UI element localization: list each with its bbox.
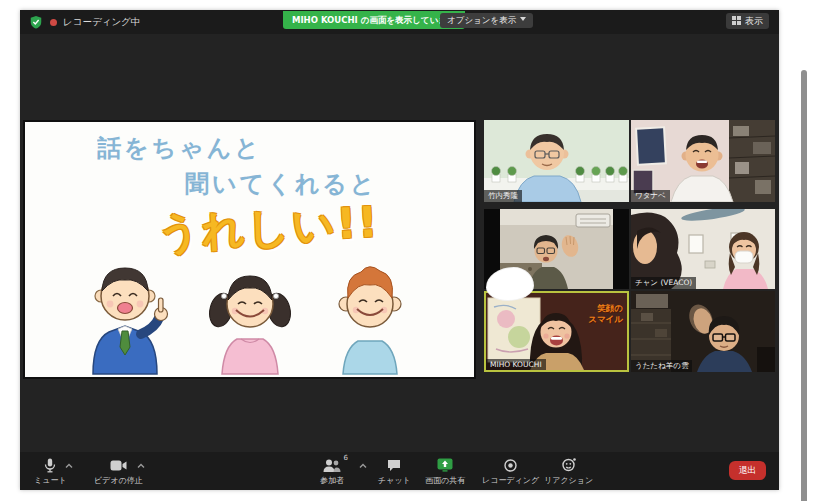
participants-icon: 6: [323, 457, 341, 473]
mute-options-chevron[interactable]: [64, 462, 74, 470]
record-icon: [504, 457, 517, 473]
participant-name-label: 竹内秀隆: [484, 190, 522, 202]
mute-label: ミュート: [34, 475, 67, 486]
share-screen-icon: [437, 457, 453, 473]
participant-tile-6[interactable]: うたたね羊の雲: [631, 291, 775, 372]
participants-count-badge: 6: [344, 454, 348, 462]
recording-dot-icon: [50, 19, 57, 26]
share-screen-label: 画面の共有: [425, 475, 465, 486]
reactions-label: リアクション: [544, 475, 593, 486]
chat-label: チャット: [378, 475, 411, 486]
reactions-button[interactable]: リアクション: [544, 457, 593, 486]
handwritten-text-line1: 話をちゃんと: [97, 132, 262, 164]
chevron-down-icon: [520, 17, 526, 21]
encryption-shield-icon[interactable]: [29, 15, 43, 29]
participant-video-grid: 竹内秀隆 ワタナベ: [484, 120, 775, 372]
stop-video-label: ビデオの停止: [94, 475, 143, 486]
video-camera-icon: [110, 457, 127, 473]
recording-label: レコーディング: [482, 475, 539, 486]
participants-button[interactable]: 6 参加者: [320, 457, 344, 486]
participant-name-label: MIHO KOUCHI: [486, 359, 546, 370]
participants-label: 参加者: [320, 475, 344, 486]
mute-button[interactable]: ミュート: [34, 457, 67, 486]
leave-meeting-button[interactable]: 退出: [729, 461, 766, 480]
participants-options-chevron[interactable]: [358, 462, 368, 470]
meeting-toolbar: ミュート ビデオの停止 6 参加者 チャット: [20, 452, 779, 490]
top-bar: レコーディング中 MIHO KOUCHI の画面を表示しています オプションを表…: [20, 10, 779, 34]
participant-name-label: チャン (VEACO): [631, 277, 696, 289]
chat-bubble-icon: [387, 457, 401, 473]
participant-tile-5-active-speaker[interactable]: 笑顔の スマイル MIHO KOUCHI: [484, 291, 629, 372]
page-scrollbar[interactable]: [801, 70, 807, 501]
participant-name-label: ワタナベ: [631, 190, 670, 202]
children-illustration: [25, 244, 474, 375]
view-button[interactable]: 表示: [726, 13, 769, 29]
screen-share-banner: MIHO KOUCHI の画面を表示しています: [283, 11, 465, 29]
shared-screen-content: 話をちゃんと 聞いてくれると うれしい!!: [23, 120, 476, 379]
recording-button[interactable]: レコーディング: [482, 457, 539, 486]
reactions-smiley-icon: [562, 457, 576, 473]
virtual-background-text: 笑顔の スマイル: [588, 303, 623, 324]
video-options-chevron[interactable]: [136, 462, 146, 470]
share-screen-button[interactable]: 画面の共有: [425, 457, 465, 486]
participant-tile-2[interactable]: ワタナベ: [631, 120, 775, 202]
participant-name-label: うたたね羊の雲: [631, 360, 692, 372]
grid-view-icon: [732, 16, 741, 25]
chat-button[interactable]: チャット: [378, 457, 411, 486]
microphone-icon: [44, 457, 56, 473]
white-speech-bubble-overlay: [486, 267, 534, 301]
view-options-button[interactable]: オプションを表示: [440, 13, 533, 28]
participant-tile-1[interactable]: 竹内秀隆: [484, 120, 629, 202]
participant-tile-4[interactable]: チャン (VEACO): [631, 209, 775, 289]
zoom-meeting-window: レコーディング中 MIHO KOUCHI の画面を表示しています オプションを表…: [20, 10, 779, 490]
recording-status: レコーディング中: [63, 16, 140, 29]
